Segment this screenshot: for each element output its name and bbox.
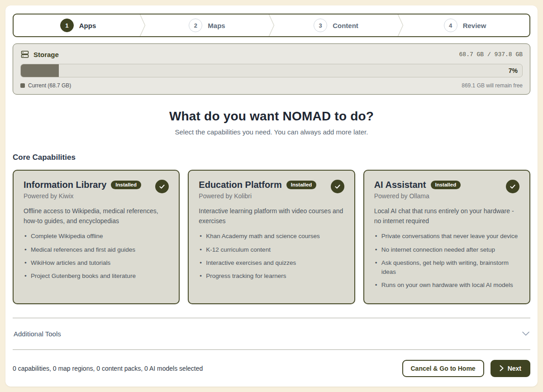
installed-badge: Installed [111,181,141,189]
feature-item: K-12 curriculum content [199,245,344,254]
feature-item: Project Gutenberg books and literature [24,272,169,281]
card-feature-list: Private conversations that never leave y… [374,232,519,290]
tab-step-apps[interactable]: 1 Apps [14,14,143,36]
feature-item: Progress tracking for learners [199,272,344,281]
step-number-badge: 1 [60,19,74,32]
storage-remaining-label: 869.1 GB will remain free [462,82,523,89]
chevron-down-icon [522,331,529,336]
step-label: Apps [79,22,96,29]
storage-percent-label: 7% [509,64,518,77]
selection-summary: 0 capabilities, 0 map regions, 0 content… [13,365,203,372]
card-feature-list: Complete Wikipedia offline Medical refer… [24,232,169,281]
capability-card-ai-assistant[interactable]: AI Assistant Installed Powered by Ollama… [363,170,530,304]
feature-item: Khan Academy math and science courses [199,232,344,241]
page-title: What do you want NOMAD to do? [13,109,530,124]
next-button[interactable]: Next [491,360,530,377]
feature-item: WikiHow articles and tutorials [24,258,169,268]
chevron-right-icon [500,365,504,371]
card-title: Education Platform [199,180,281,190]
tab-step-content[interactable]: 3 Content [272,14,400,36]
step-number-badge: 2 [189,19,202,32]
powered-by-label: Powered by Kolibri [199,192,316,200]
feature-item: Medical references and first aid guides [24,245,169,254]
step-number-badge: 3 [314,19,327,32]
wizard-stepper: 1 Apps 2 Maps 3 Content 4 Review [13,14,530,37]
wizard-footer: 0 capabilities, 0 map regions, 0 content… [13,350,530,377]
legend-current-swatch [20,83,25,88]
selected-check-icon[interactable] [331,180,344,193]
tab-step-maps[interactable]: 2 Maps [143,14,272,36]
installed-badge: Installed [286,181,317,189]
feature-item: No internet connection needed after setu… [374,245,519,254]
next-button-label: Next [508,365,521,372]
setup-wizard-page: 1 Apps 2 Maps 3 Content 4 Review [5,5,538,387]
powered-by-label: Powered by Kiwix [24,192,141,200]
selected-check-icon[interactable] [506,180,519,193]
feature-item: Runs on your own hardware with local AI … [374,281,519,290]
step-label: Maps [208,22,225,29]
feature-item: Complete Wikipedia offline [24,232,169,241]
card-description: Local AI chat that runs entirely on your… [374,206,519,226]
section-title-core-capabilities: Core Capabilities [13,153,530,162]
card-description: Interactive learning platform with video… [199,206,344,226]
step-number-badge: 4 [444,19,457,32]
feature-item: Interactive exercises and quizzes [199,258,344,268]
step-label: Content [333,22,358,29]
legend-current-label: Current (68.7 GB) [28,82,71,89]
feature-item: Ask questions, get help with writing, br… [374,258,519,277]
storage-panel: Storage 68.7 GB / 937.8 GB 7% Current (6… [13,43,530,95]
card-title: Information Library [24,180,106,190]
capability-cards: Information Library Installed Powered by… [13,170,530,304]
selected-check-icon[interactable] [155,180,169,193]
tab-step-review[interactable]: 4 Review [400,14,529,36]
cancel-button[interactable]: Cancel & Go to Home [402,360,484,377]
page-subtitle: Select the capabilities you need. You ca… [13,128,530,136]
storage-title: Storage [33,51,59,58]
card-description: Offline access to Wikipedia, medical ref… [24,206,169,226]
capability-card-information-library[interactable]: Information Library Installed Powered by… [13,170,180,304]
card-feature-list: Khan Academy math and science courses K-… [199,232,344,281]
installed-badge: Installed [431,181,461,189]
additional-tools-expander[interactable]: Additional Tools [13,318,530,349]
capability-card-education-platform[interactable]: Education Platform Installed Powered by … [188,170,355,304]
powered-by-label: Powered by Ollama [374,192,461,200]
additional-tools-label: Additional Tools [14,330,61,338]
storage-progress-fill [21,64,59,77]
storage-progress-bar: 7% [20,64,523,77]
feature-item: Private conversations that never leave y… [374,232,519,241]
storage-server-icon [20,50,29,59]
card-title: AI Assistant [374,180,426,190]
step-label: Review [463,22,486,29]
storage-usage-text: 68.7 GB / 937.8 GB [459,51,523,58]
